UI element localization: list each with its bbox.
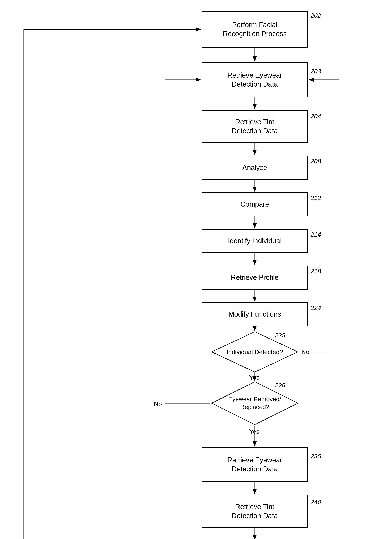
no-label-228: No [154,400,162,408]
box-214-label: Identify Individual [228,236,282,245]
box-212-label: Compare [240,200,269,209]
ref-240: 240 [311,499,321,506]
ref-212: 212 [311,194,321,202]
yes-label-225: Yes [249,374,259,381]
box-235: Retrieve Eyewear Detection Data [202,447,308,482]
box-218: Retrieve Profile [202,266,308,289]
box-235-label: Retrieve Eyewear Detection Data [227,456,282,474]
box-212: Compare [202,192,308,216]
ref-204: 204 [311,113,321,120]
box-208-label: Analyze [242,163,267,172]
box-224: Modify Functions [202,302,308,326]
box-203-label: Retrieve Eyewear Detection Data [227,71,282,89]
box-203: Retrieve Eyewear Detection Data [202,62,308,97]
box-208: Analyze [202,156,308,180]
box-204: Retrieve Tint Detection Data [202,110,308,143]
ref-208: 208 [311,158,321,165]
yes-label-228: Yes [249,428,259,435]
box-224-label: Modify Functions [228,310,281,319]
box-240: Retrieve Tint Detection Data [202,495,308,528]
box-218-label: Retrieve Profile [231,273,279,282]
ref-235: 235 [311,453,321,460]
diamond-225-label: Individual Detected? [211,331,299,373]
ref-218: 218 [311,268,321,275]
diamond-228: Eyewear Removed/Replaced? [211,381,299,426]
ref-224: 224 [311,304,321,311]
ref-214: 214 [311,231,321,238]
box-214: Identify Individual [202,229,308,253]
diamond-225: Individual Detected? [211,331,299,373]
no-label-225: No [301,348,309,355]
diamond-228-label: Eyewear Removed/Replaced? [211,381,299,426]
box-204-label: Retrieve Tint Detection Data [232,117,278,136]
box-202-label: Perform Facial Recognition Process [223,20,287,38]
box-202: Perform Facial Recognition Process [202,11,308,48]
ref-203: 203 [311,68,321,75]
box-240-label: Retrieve Tint Detection Data [232,502,278,520]
ref-202: 202 [311,12,321,19]
